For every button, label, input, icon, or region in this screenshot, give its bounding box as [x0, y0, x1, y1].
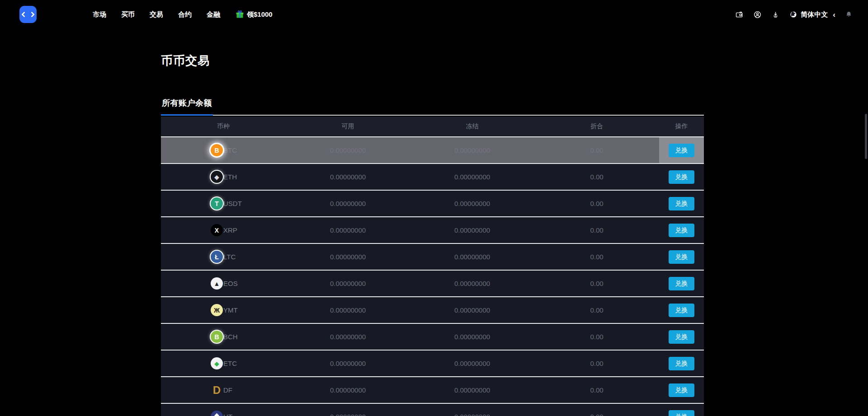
action-cell: 兑换 [659, 164, 704, 190]
wallet-icon[interactable] [735, 10, 744, 19]
action-cell: 兑换 [659, 324, 704, 350]
column-header: 币种 [161, 122, 286, 131]
download-icon[interactable] [771, 10, 780, 19]
coin-symbol: ETH [223, 173, 237, 181]
coin-cell: T USDT [161, 197, 286, 210]
column-header: 折合 [534, 122, 659, 131]
coin-cell: B BCH [161, 331, 286, 343]
main-content: 币币交易 所有账户余额 币种可用冻结折合操作 B BTC 0.00000000 … [0, 53, 868, 416]
user-icon[interactable] [753, 10, 762, 19]
action-cell: 兑换 [659, 351, 704, 376]
frozen-balance: 0.00000000 [410, 386, 534, 394]
table-row: Ł LTC 0.00000000 0.00000000 0.00 兑换 [161, 243, 704, 270]
frozen-balance: 0.00000000 [410, 280, 534, 287]
exchange-button[interactable]: 兑换 [669, 144, 694, 157]
table-row: ▲ EOS 0.00000000 0.00000000 0.00 兑换 [161, 270, 704, 296]
available-balance: 0.00000000 [286, 413, 410, 416]
column-header: 可用 [286, 122, 410, 131]
equivalent-value: 0.00 [534, 413, 659, 416]
exchange-button[interactable]: 兑换 [669, 357, 694, 370]
available-balance: 0.00000000 [286, 333, 410, 341]
equivalent-value: 0.00 [534, 173, 659, 181]
coin-icon-glyph: ◆ [214, 360, 219, 367]
frozen-balance: 0.00000000 [410, 333, 534, 341]
nav-item-finance[interactable]: 金融 [207, 10, 220, 19]
equivalent-value: 0.00 [534, 226, 659, 234]
coin-cell: ◆ ETC [161, 357, 286, 369]
coin-icon-glyph: B [214, 147, 219, 154]
ltc-icon: Ł [211, 251, 223, 263]
equivalent-value: 0.00 [534, 146, 659, 154]
table-row: B BTC 0.00000000 0.00000000 0.00 兑换 [161, 136, 704, 163]
bell-icon[interactable] [845, 10, 853, 19]
eth-icon: ◆ [211, 171, 223, 183]
promo-bonus-link[interactable]: 领$1000 [235, 10, 273, 19]
balances-table: 币种可用冻结折合操作 B BTC 0.00000000 0.00000000 0… [161, 117, 704, 416]
available-balance: 0.00000000 [286, 200, 410, 207]
table-row: Ж YMT 0.00000000 0.00000000 0.00 兑换 [161, 296, 704, 323]
coin-cell: Ж YMT [161, 304, 286, 316]
exchange-button[interactable]: 兑换 [669, 277, 694, 290]
nav-item-trade[interactable]: 交易 [150, 10, 163, 19]
coin-symbol: EOS [223, 280, 238, 287]
coin-icon-glyph: D [213, 384, 221, 397]
code-right-bracket-icon [29, 12, 35, 18]
coin-icon-glyph: ◆ [214, 173, 219, 181]
exchange-button[interactable]: 兑换 [669, 170, 694, 184]
table-row: T USDT 0.00000000 0.00000000 0.00 兑换 [161, 190, 704, 216]
action-cell: 兑换 [659, 271, 704, 296]
available-balance: 0.00000000 [286, 360, 410, 367]
coin-icon-glyph: X [215, 227, 219, 234]
exchange-button[interactable]: 兑换 [669, 410, 694, 416]
exchange-button[interactable]: 兑换 [669, 330, 694, 344]
nav-item-market[interactable]: 市场 [93, 10, 106, 19]
nav-menu: 市场买币交易合约金融 [93, 10, 220, 19]
exchange-button[interactable]: 兑换 [669, 250, 694, 264]
language-label: 简体中文 [801, 10, 828, 19]
action-cell: 兑换 [659, 377, 704, 403]
exchange-button[interactable]: 兑换 [669, 197, 694, 210]
usdt-icon: T [211, 197, 223, 210]
equivalent-value: 0.00 [534, 360, 659, 367]
equivalent-value: 0.00 [534, 333, 659, 341]
etc-icon: ◆ [211, 357, 223, 369]
scrollbar-thumb[interactable] [865, 114, 867, 159]
ymt-icon: Ж [211, 304, 223, 316]
nav-right: 简体中文 ‹ [735, 10, 853, 19]
bch-icon: B [211, 331, 223, 343]
code-left-bracket-icon [21, 12, 27, 18]
nav-item-buy-coin[interactable]: 买币 [121, 10, 135, 19]
tab-all-balances[interactable]: 所有账户余额 [161, 98, 213, 116]
coin-icon-glyph: Ж [214, 307, 220, 314]
coin-symbol: ETC [223, 360, 237, 367]
coin-symbol: LTC [223, 253, 236, 261]
coin-cell: Ł LTC [161, 251, 286, 263]
exchange-button[interactable]: 兑换 [669, 304, 694, 317]
tab-bar: 所有账户余额 [161, 98, 704, 116]
available-balance: 0.00000000 [286, 253, 410, 261]
coin-symbol: XRP [223, 226, 237, 234]
available-balance: 0.00000000 [286, 146, 410, 154]
equivalent-value: 0.00 [534, 306, 659, 314]
table-row: HT 0.00000000 0.00000000 0.00 兑换 [161, 403, 704, 416]
frozen-balance: 0.00000000 [410, 146, 534, 154]
action-cell: 兑换 [659, 297, 704, 323]
app-logo[interactable] [19, 6, 37, 23]
column-header: 冻结 [410, 122, 534, 131]
frozen-balance: 0.00000000 [410, 306, 534, 314]
btc-icon: B [211, 144, 223, 156]
coin-icon-glyph: Ł [215, 253, 219, 261]
action-cell: 兑换 [659, 217, 704, 243]
coin-symbol: BCH [223, 333, 238, 341]
language-selector[interactable]: 简体中文 ‹ [789, 10, 835, 19]
action-cell: 兑换 [659, 137, 704, 163]
coin-icon-glyph: T [215, 200, 219, 207]
exchange-button[interactable]: 兑换 [669, 224, 694, 237]
nav-item-contracts[interactable]: 合约 [178, 10, 192, 19]
coin-cell: ◆ ETH [161, 171, 286, 183]
exchange-button[interactable]: 兑换 [669, 383, 694, 397]
frozen-balance: 0.00000000 [410, 173, 534, 181]
table-row: B BCH 0.00000000 0.00000000 0.00 兑换 [161, 323, 704, 350]
coin-cell: B BTC [161, 144, 286, 156]
action-cell: 兑换 [659, 404, 704, 416]
